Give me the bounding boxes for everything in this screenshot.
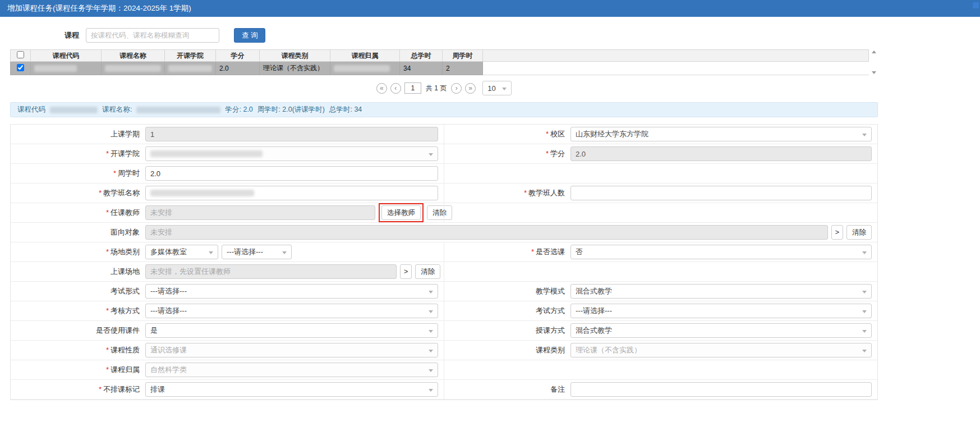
- corner-accent: [973, 2, 979, 8]
- class-name-input[interactable]: [145, 186, 438, 200]
- elective-select[interactable]: 否: [570, 245, 872, 259]
- no-schedule-flag-label: *不排课标记: [11, 384, 145, 395]
- audience-label: 面向对象: [11, 227, 145, 237]
- table-header-row: 课程代码 课程名称 开课学院 学分 课程类别 课程归属 总学时 周学时: [11, 50, 869, 62]
- column-header-course-name: 课程名称: [102, 50, 165, 62]
- college-select: [145, 146, 438, 161]
- form-row: 面向对象 > 清除: [11, 223, 877, 242]
- audience-clear-button[interactable]: 清除: [846, 225, 872, 240]
- annotation-highlight-box: 选择教师: [379, 203, 424, 222]
- venue-type-label: *场地类别: [11, 247, 145, 257]
- form-row: *不排课标记 排课 备注: [11, 380, 877, 400]
- no-schedule-select[interactable]: 排课: [145, 382, 438, 397]
- required-marker: *: [106, 149, 109, 158]
- class-name-redacted: [150, 190, 254, 196]
- exam-method-label: 考试方式: [444, 306, 570, 316]
- pagination: « ‹ 共 1 页 › » 10: [10, 81, 878, 95]
- weekly-hours-input[interactable]: [145, 166, 438, 181]
- info-course-name-redacted: [136, 107, 220, 113]
- form-row: *课程归属 自然科学类: [11, 360, 877, 380]
- scroll-down-icon[interactable]: [872, 71, 876, 74]
- prev-page-icon: ‹: [394, 85, 397, 91]
- last-page-button[interactable]: »: [465, 83, 476, 94]
- venue-input: [145, 264, 397, 279]
- scroll-up-icon[interactable]: [872, 51, 876, 53]
- course-nature-select: 通识选修课: [145, 343, 438, 357]
- cell-college: [165, 62, 216, 75]
- form-row: *考核方式 ---请选择--- 考试方式 ---请选择---: [11, 301, 877, 321]
- required-marker: *: [106, 346, 109, 354]
- info-course-code-label: 课程代码: [17, 105, 45, 114]
- course-category-label: 课程类别: [444, 345, 570, 355]
- venue-expand-button[interactable]: >: [400, 264, 412, 279]
- page-size-select[interactable]: 10: [482, 81, 512, 95]
- cell-course-name: [102, 62, 165, 75]
- form-row: *任课教师 选择教师 清除: [11, 203, 877, 223]
- next-page-button[interactable]: ›: [451, 83, 462, 94]
- required-marker: *: [106, 247, 109, 256]
- venue-type-select[interactable]: 多媒体教室: [145, 245, 218, 259]
- cell-attribution: [330, 62, 400, 75]
- next-page-icon: ›: [456, 85, 458, 91]
- venue-label: 上课场地: [11, 267, 145, 277]
- exam-method-select[interactable]: ---请选择---: [570, 304, 872, 318]
- assessment-method-select[interactable]: ---请选择---: [145, 304, 438, 318]
- credit-input: [570, 146, 872, 161]
- teaching-mode-label: 教学模式: [444, 286, 570, 296]
- last-page-icon: »: [468, 85, 472, 91]
- first-page-button[interactable]: «: [376, 83, 387, 94]
- info-credit: 学分: 2.0: [225, 105, 252, 114]
- required-marker: *: [106, 306, 109, 315]
- credit-label: *学分: [444, 149, 570, 159]
- page-number-input[interactable]: [404, 82, 421, 94]
- teaching-mode-select[interactable]: 混合式教学: [570, 284, 872, 299]
- table-row[interactable]: 2.0 理论课（不含实践） 34 2: [11, 62, 869, 75]
- required-marker: *: [531, 247, 534, 256]
- form-row: *教学班名称 *教学班人数: [11, 184, 877, 203]
- form-row: *开课学院 *学分: [11, 144, 877, 164]
- cell-weekly-hours: 2: [443, 62, 483, 75]
- teaching-method-select[interactable]: 混合式教学: [570, 323, 872, 338]
- campus-label: *校区: [444, 129, 570, 139]
- query-button[interactable]: 查 询: [234, 28, 265, 43]
- info-weekly-hours: 周学时: 2.0(讲课学时): [257, 105, 325, 114]
- audience-expand-button[interactable]: >: [831, 225, 843, 240]
- dialog-titlebar: 增加课程任务(课程任务学年学期：2024-2025年 1学期): [0, 0, 980, 17]
- class-name-label: *教学班名称: [11, 188, 145, 198]
- select-all-checkbox[interactable]: [17, 51, 24, 58]
- required-marker: *: [546, 149, 549, 158]
- course-nature-label: *课程性质: [11, 345, 145, 355]
- required-marker: *: [524, 189, 527, 197]
- required-marker: *: [99, 189, 102, 197]
- cell-category: 理论课（不含实践）: [260, 62, 330, 75]
- remarks-label: 备注: [444, 384, 570, 395]
- venue-clear-button[interactable]: 清除: [415, 264, 440, 279]
- class-size-label: *教学班人数: [444, 188, 570, 198]
- table-scrollbar[interactable]: [870, 49, 878, 75]
- column-header-college: 开课学院: [165, 50, 216, 62]
- course-search-input[interactable]: [86, 28, 219, 43]
- college-value-redacted: [150, 150, 263, 157]
- exam-form-select[interactable]: ---请选择---: [145, 284, 438, 299]
- course-table: 课程代码 课程名称 开课学院 学分 课程类别 课程归属 总学时 周学时: [10, 49, 869, 75]
- form-row: 是否使用课件 是 授课方式 混合式教学: [11, 321, 877, 341]
- course-task-form: 上课学期 *校区 山东财经大学东方学院 *开课学院 *学分 *周学时: [10, 124, 878, 400]
- campus-select[interactable]: 山东财经大学东方学院: [570, 127, 872, 141]
- form-row: 考试形式 ---请选择--- 教学模式 混合式教学: [11, 282, 877, 301]
- row-checkbox[interactable]: [17, 64, 24, 71]
- column-header-category: 课程类别: [260, 50, 330, 62]
- exam-form-label: 考试形式: [11, 286, 145, 296]
- courseware-select[interactable]: 是: [145, 323, 438, 338]
- prev-page-button[interactable]: ‹: [390, 83, 401, 94]
- venue-subtype-select[interactable]: ---请选择---: [222, 245, 292, 259]
- choose-teacher-button[interactable]: 选择教师: [381, 205, 421, 220]
- info-course-code-redacted: [50, 107, 98, 113]
- required-marker: *: [106, 365, 109, 374]
- class-size-input[interactable]: [570, 186, 872, 200]
- teacher-input: [145, 205, 375, 220]
- column-header-total-hours: 总学时: [400, 50, 443, 62]
- remarks-input[interactable]: [570, 382, 872, 397]
- college-label: *开课学院: [11, 149, 145, 159]
- form-row: *课程性质 通识选修课 课程类别 理论课（不含实践）: [11, 341, 877, 360]
- required-marker: *: [99, 385, 102, 393]
